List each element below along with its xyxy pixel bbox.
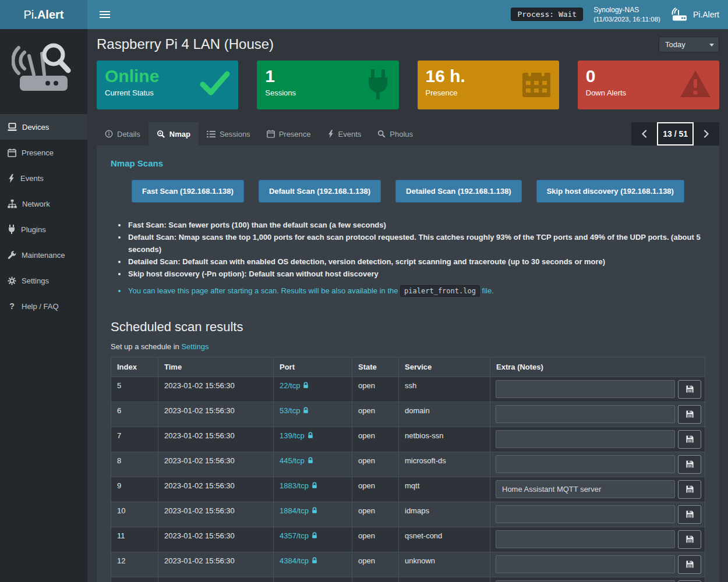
summary-card: Online Current Status bbox=[97, 61, 238, 109]
sidebar-item-plugins[interactable]: Plugins bbox=[0, 217, 87, 242]
tab-details[interactable]: Details bbox=[97, 122, 149, 146]
brand-alert: .Alert bbox=[34, 8, 63, 22]
prev-device-button[interactable] bbox=[631, 122, 657, 146]
note-input[interactable] bbox=[496, 480, 675, 498]
sidebar-item-devices[interactable]: Devices bbox=[0, 114, 87, 140]
note-input[interactable] bbox=[496, 505, 675, 523]
sidebar-item-maintenance[interactable]: Maintenance bbox=[0, 242, 87, 268]
save-note-button[interactable] bbox=[678, 405, 701, 424]
note-input[interactable] bbox=[496, 530, 675, 548]
save-note-button[interactable] bbox=[678, 480, 701, 499]
cell-extra bbox=[490, 402, 705, 427]
cell-state: open bbox=[352, 377, 399, 402]
cell-service: domain bbox=[399, 402, 490, 427]
save-note-button[interactable] bbox=[678, 505, 701, 524]
sidebar-item-help[interactable]: ? Help / FAQ bbox=[0, 293, 87, 319]
top-right-cluster: Process: Wait Synology-NAS (11/03/2023, … bbox=[511, 5, 719, 24]
scan-info-list: Fast Scan: Scan fewer ports (100) than t… bbox=[127, 219, 705, 297]
scan-info-item: Default Scan: Nmap scans the top 1,000 p… bbox=[127, 231, 705, 255]
cell-extra bbox=[490, 452, 705, 477]
cell-port: 8123/tcp bbox=[274, 577, 352, 582]
port-link[interactable]: 1883/tcp bbox=[280, 481, 309, 490]
schedule-hint-text: Set up a schedule in bbox=[111, 342, 179, 351]
question-icon: ? bbox=[8, 301, 16, 311]
detailed-scan-button[interactable]: Detailed Scan (192.168.1.138) bbox=[395, 180, 522, 203]
tab-presence[interactable]: Presence bbox=[259, 122, 319, 146]
user-chip[interactable]: Pi.Alert bbox=[671, 8, 719, 22]
table-row: 122023-01-02 15:56:304384/tcpopenunknown bbox=[111, 552, 705, 577]
port-link[interactable]: 53/tcp bbox=[280, 406, 300, 415]
server-time: (11/03/2023, 16:11:08) bbox=[593, 15, 660, 24]
table-header-row: Index Time Port State Service Extra (Not… bbox=[111, 357, 705, 377]
scan-info-item: Fast Scan: Scan fewer ports (100) than t… bbox=[127, 219, 705, 231]
cell-port: 22/tcp bbox=[274, 377, 352, 402]
nmap-scan-icon bbox=[157, 130, 165, 139]
sidebar-item-label: Maintenance bbox=[22, 251, 65, 260]
port-link[interactable]: 445/tcp bbox=[280, 456, 305, 465]
router-icon bbox=[671, 8, 688, 22]
default-scan-button[interactable]: Default Scan (192.168.1.138) bbox=[259, 180, 381, 203]
save-icon bbox=[685, 460, 694, 469]
tab-events[interactable]: Events bbox=[319, 122, 370, 146]
cell-index: 5 bbox=[111, 377, 158, 402]
process-status-badge: Process: Wait bbox=[511, 8, 583, 21]
save-note-button[interactable] bbox=[678, 430, 701, 449]
tab-nmap[interactable]: Nmap bbox=[149, 122, 199, 146]
tab-label: Nmap bbox=[169, 130, 190, 139]
note-input[interactable] bbox=[496, 430, 675, 448]
port-link[interactable]: 139/tcp bbox=[280, 431, 305, 440]
cell-port: 139/tcp bbox=[274, 427, 352, 452]
cell-index: 13 bbox=[111, 577, 158, 582]
summary-card: 0 Down Alerts bbox=[578, 61, 719, 109]
cell-service: idmaps bbox=[399, 502, 490, 527]
lock-icon bbox=[302, 407, 309, 414]
menu-toggle-icon[interactable] bbox=[96, 8, 114, 22]
fast-scan-button[interactable]: Fast Scan (192.168.1.138) bbox=[132, 180, 244, 203]
sidebar-item-presence[interactable]: Presence bbox=[0, 140, 87, 165]
next-device-button[interactable] bbox=[694, 122, 719, 146]
cell-time: 2023-01-02 15:56:30 bbox=[158, 577, 274, 582]
summary-card: 16 h. Presence bbox=[418, 61, 559, 109]
cell-time: 2023-01-02 15:56:30 bbox=[158, 527, 274, 552]
nmap-heading: Nmap Scans bbox=[111, 155, 705, 168]
save-note-button[interactable] bbox=[678, 530, 701, 549]
cell-state: open bbox=[352, 427, 399, 452]
cell-state: open bbox=[352, 577, 399, 582]
sidebar-item-network[interactable]: Network bbox=[0, 191, 87, 217]
cell-state: open bbox=[352, 552, 399, 577]
cell-service: microsoft-ds bbox=[399, 452, 490, 477]
period-select[interactable]: Today bbox=[659, 37, 719, 52]
save-note-button[interactable] bbox=[678, 555, 701, 574]
lock-icon bbox=[302, 382, 309, 389]
scan-info-note: You can leave this page after starting a… bbox=[127, 285, 705, 297]
brand-pi: Pi bbox=[24, 8, 34, 22]
settings-link[interactable]: Settings bbox=[181, 342, 208, 351]
note-input[interactable] bbox=[496, 380, 675, 398]
pialert-logo-icon bbox=[0, 29, 87, 107]
note-input[interactable] bbox=[496, 455, 675, 473]
skip-host-discovery-button[interactable]: Skip host discovery (192.168.1.138) bbox=[536, 180, 684, 203]
save-note-button[interactable] bbox=[678, 380, 701, 399]
port-link[interactable]: 22/tcp bbox=[280, 381, 300, 390]
col-time: Time bbox=[158, 357, 274, 377]
sidebar-item-settings[interactable]: Settings bbox=[0, 268, 87, 293]
app-logo[interactable]: Pi.Alert bbox=[0, 0, 87, 29]
note-text: You can leave this page after starting a… bbox=[128, 286, 398, 295]
tab-sessions[interactable]: Sessions bbox=[199, 122, 259, 146]
tab-label: Events bbox=[338, 130, 362, 139]
save-note-button[interactable] bbox=[678, 455, 701, 474]
port-link[interactable]: 4384/tcp bbox=[280, 556, 309, 565]
table-row: 132023-01-02 15:56:308123/tcpopenpolipo bbox=[111, 577, 705, 582]
note-input[interactable] bbox=[496, 555, 675, 573]
sidebar-item-label: Presence bbox=[22, 148, 54, 157]
plug-icon bbox=[365, 69, 391, 102]
note-input[interactable] bbox=[496, 405, 675, 423]
sidebar-item-events[interactable]: Events bbox=[0, 165, 87, 191]
tab-pholus[interactable]: Pholus bbox=[369, 122, 421, 146]
cell-extra bbox=[490, 377, 705, 402]
port-link[interactable]: 1884/tcp bbox=[280, 506, 309, 515]
col-state: State bbox=[352, 357, 399, 377]
port-link[interactable]: 4357/tcp bbox=[280, 531, 309, 540]
plug-icon bbox=[8, 225, 16, 234]
calendar-icon bbox=[267, 130, 275, 138]
